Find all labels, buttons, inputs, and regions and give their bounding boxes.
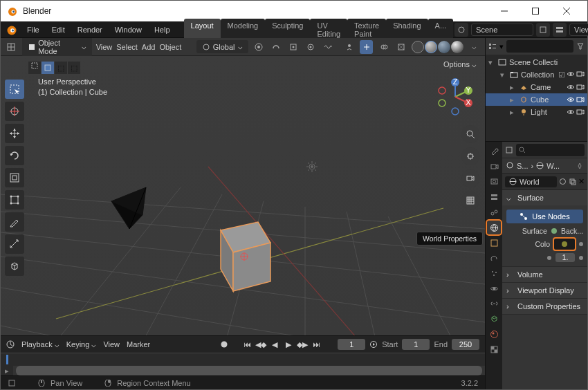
eye-icon[interactable]: [567, 84, 575, 91]
node-socket-dot[interactable]: [579, 242, 583, 246]
pivot-icon[interactable]: [252, 40, 266, 54]
mode-selector[interactable]: Object Mode ⌵: [22, 38, 92, 57]
viewport-options-menu[interactable]: Options ⌵: [443, 60, 477, 69]
outliner-search-input[interactable]: [506, 40, 573, 53]
current-frame-field[interactable]: 1: [338, 339, 365, 350]
tab-material-icon[interactable]: [487, 327, 501, 341]
select-box-icon[interactable]: [42, 62, 54, 74]
close-button[interactable]: [551, 1, 582, 21]
playhead[interactable]: [6, 355, 8, 364]
orientation-selector[interactable]: Global ⌵: [196, 40, 248, 53]
node-socket-dot[interactable]: [579, 256, 583, 260]
auto-keying-toggle[interactable]: [220, 340, 228, 349]
scene-new-icon[interactable]: [536, 23, 550, 37]
perspective-toggle-gadget-icon[interactable]: [461, 192, 479, 210]
tree-scene[interactable]: ▾ Scene Collecti: [486, 56, 587, 68]
camera-icon[interactable]: [576, 71, 585, 80]
add-cube-tool[interactable]: [5, 257, 24, 276]
select-circle-icon[interactable]: ⬚: [55, 62, 67, 74]
tab-texture-icon[interactable]: [487, 342, 501, 356]
menu-edit[interactable]: Edit: [46, 24, 71, 36]
timeline-editor-type-icon[interactable]: [6, 340, 15, 349]
measure-tool[interactable]: [5, 234, 24, 254]
navigation-gizmo[interactable]: Z Y X: [435, 77, 475, 117]
maximize-button[interactable]: [520, 1, 551, 21]
tab-modeling[interactable]: Modeling: [221, 19, 266, 41]
timeline-scroll[interactable]: ▸: [1, 366, 485, 375]
blender-logo-icon[interactable]: [5, 24, 17, 36]
outliner-display-mode-icon[interactable]: ▾: [499, 42, 504, 51]
disclosure-icon[interactable]: ▸: [510, 83, 517, 92]
timeline-ruler[interactable]: [1, 353, 485, 366]
camera-icon[interactable]: [576, 109, 585, 115]
default-cube[interactable]: [221, 222, 270, 291]
timeline-view-menu[interactable]: View: [103, 340, 120, 349]
proportional-edit-icon[interactable]: [304, 40, 317, 54]
pin-icon[interactable]: [576, 162, 583, 169]
frame-step-icon[interactable]: [369, 340, 378, 349]
properties-search-input[interactable]: [516, 144, 585, 156]
jump-to-start-button[interactable]: ⏮: [241, 339, 253, 350]
node-socket-icon[interactable]: [551, 228, 557, 234]
solid-shading-button[interactable]: [425, 41, 437, 53]
outliner-editor-type-icon[interactable]: [488, 42, 497, 50]
tab-modifier-icon[interactable]: [487, 251, 501, 265]
volume-panel-header[interactable]: ›Volume: [502, 267, 587, 282]
tree-item-cube[interactable]: ▸ Cube: [486, 93, 587, 106]
eye-icon[interactable]: [567, 71, 575, 80]
scene-browse-icon[interactable]: [454, 23, 468, 37]
eye-icon[interactable]: [567, 96, 575, 103]
xray-toggle-icon[interactable]: [394, 40, 407, 54]
disclosure-icon[interactable]: ▸: [510, 95, 517, 104]
select-menu[interactable]: Select: [116, 43, 138, 51]
tab-constraint-icon[interactable]: [487, 297, 501, 310]
tab-render-icon[interactable]: [487, 160, 501, 174]
tab-shading[interactable]: Shading: [386, 19, 428, 41]
tab-sculpting[interactable]: Sculpting: [265, 19, 310, 41]
tab-object-icon[interactable]: [487, 236, 501, 250]
move-view-gadget-icon[interactable]: [461, 147, 479, 165]
cursor-tool[interactable]: [5, 102, 24, 121]
color-swatch[interactable]: [554, 239, 575, 250]
copy-world-icon[interactable]: [569, 178, 576, 185]
keyframe-prev-button[interactable]: ◀◆: [255, 339, 267, 350]
view-object-types-icon[interactable]: [342, 40, 356, 54]
camera-view-gadget-icon[interactable]: [461, 169, 479, 187]
tab-layout[interactable]: Layout: [184, 19, 221, 41]
strength-field[interactable]: 1.: [555, 253, 575, 262]
editor-type-icon[interactable]: [5, 40, 18, 54]
end-frame-field[interactable]: 250: [452, 339, 479, 350]
overlays-toggle-icon[interactable]: [377, 40, 390, 54]
tab-data-icon[interactable]: [487, 312, 501, 326]
rotate-tool[interactable]: [5, 146, 24, 165]
playback-menu[interactable]: Playback ⌵: [21, 340, 59, 349]
disclosure-icon[interactable]: ▸: [510, 108, 517, 117]
tab-scene-icon[interactable]: [487, 205, 501, 219]
checkbox-icon[interactable]: ☑: [558, 71, 565, 80]
viewlayer-selector[interactable]: ViewLayer: [569, 24, 588, 36]
menu-help[interactable]: Help: [149, 24, 176, 36]
tab-tool-icon[interactable]: [487, 145, 501, 158]
custom-properties-panel-header[interactable]: ›Custom Properties: [502, 299, 587, 314]
play-button[interactable]: ▶: [282, 339, 295, 350]
world-datablock-selector[interactable]: World: [505, 176, 557, 187]
shading-options-icon[interactable]: ⌵: [468, 40, 481, 54]
tab-more[interactable]: A...: [428, 19, 454, 41]
rendered-shading-button[interactable]: [451, 41, 463, 53]
play-reverse-button[interactable]: ◀: [268, 339, 281, 350]
properties-editor-type-icon[interactable]: [505, 146, 513, 154]
menu-window[interactable]: Window: [109, 24, 147, 36]
tab-viewlayer-icon[interactable]: [487, 190, 501, 204]
breadcrumb-world[interactable]: W...: [546, 162, 560, 170]
menu-render[interactable]: Render: [72, 24, 108, 36]
object-menu[interactable]: Object: [159, 43, 181, 51]
use-nodes-button[interactable]: Use Nodes: [506, 210, 583, 223]
tree-collection[interactable]: ▾ Collection ☑: [486, 68, 587, 81]
menu-file[interactable]: File: [21, 24, 45, 36]
timeline-summary-toggle[interactable]: ▸: [1, 366, 13, 375]
minimize-button[interactable]: [488, 1, 520, 21]
disclosure-icon[interactable]: ▾: [488, 58, 495, 67]
disclosure-icon[interactable]: ▾: [500, 71, 507, 80]
keyframe-next-button[interactable]: ◆▶: [296, 339, 309, 350]
new-world-icon[interactable]: [559, 178, 567, 185]
